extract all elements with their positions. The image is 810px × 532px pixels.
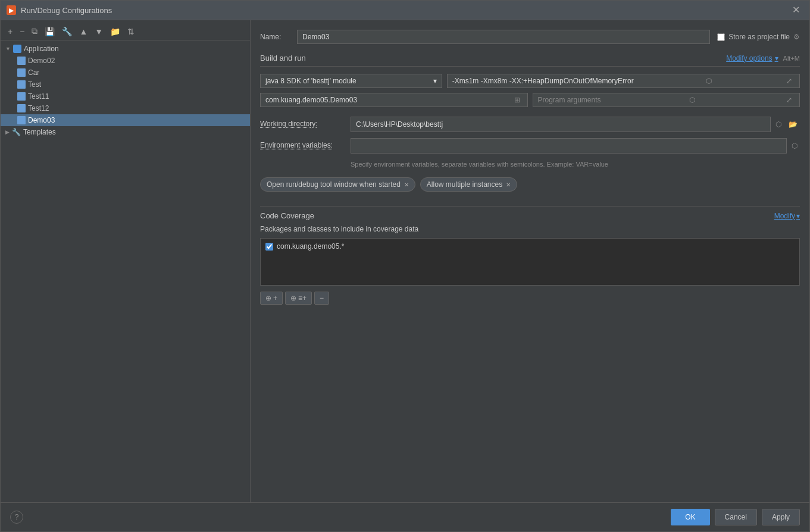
- expand-vm-button[interactable]: ⬡: [703, 77, 714, 85]
- config-icon: [17, 92, 26, 101]
- add-class-icon: ⊕: [290, 294, 296, 302]
- working-dir-label: Working directory:: [260, 117, 343, 128]
- item-label: Test12: [28, 104, 49, 112]
- bottom-bar: ? OK Cancel Apply: [1, 502, 809, 531]
- sidebar-toolbar: + − ⧉ 💾 🔧 ▲ ▼ 📁 ⇅: [1, 23, 250, 40]
- sidebar-item-demo02[interactable]: Demo02: [1, 55, 250, 67]
- main-class-row: com.kuang.demo05.Demo03 ⊞ Program argume…: [260, 93, 800, 107]
- main-class-field[interactable]: com.kuang.demo05.Demo03 ⊞: [260, 93, 528, 107]
- title-bar: ▶ Run/Debug Configurations ✕: [1, 1, 809, 20]
- expand-args-button[interactable]: ⬡: [687, 96, 698, 104]
- config-tree: ▼ Application Demo02 Car Test: [1, 40, 250, 140]
- wrench-button[interactable]: 🔧: [60, 26, 74, 37]
- coverage-title: Code Coverage: [260, 211, 314, 220]
- working-dir-wrapper: ⬡ 📂: [351, 117, 800, 132]
- chevron-down-icon: ▾: [796, 212, 800, 220]
- env-vars-wrapper: ⬡: [351, 138, 800, 154]
- templates-icon: 🔧: [12, 128, 21, 136]
- env-vars-input[interactable]: [351, 138, 787, 154]
- config-icon: [17, 68, 26, 77]
- tags-row: Open run/debug tool window when started …: [260, 177, 800, 192]
- coverage-list-item: com.kuang.demo05.*: [265, 242, 795, 251]
- coverage-toolbar: ⊕ + ⊕ ≡+ −: [260, 289, 800, 307]
- build-run-title: Build and run: [260, 54, 306, 62]
- add-config-button[interactable]: +: [5, 26, 15, 37]
- program-args-placeholder: Program arguments: [538, 96, 601, 104]
- apply-button[interactable]: Apply: [762, 509, 800, 525]
- browse-dir-button[interactable]: ⬡: [773, 120, 784, 129]
- copy-config-button[interactable]: ⧉: [29, 25, 40, 37]
- dialog-icon: ▶: [7, 5, 16, 15]
- remove-coverage-button[interactable]: −: [314, 292, 329, 305]
- item-label: Demo02: [28, 57, 55, 65]
- store-project-label: Store as project file: [728, 33, 790, 41]
- gear-icon[interactable]: ⚙: [793, 33, 800, 41]
- expand-args-external-button[interactable]: ⤢: [784, 96, 795, 104]
- move-down-button[interactable]: ▼: [92, 26, 105, 37]
- coverage-desc: Packages and classes to include in cover…: [260, 225, 800, 233]
- sidebar: + − ⧉ 💾 🔧 ▲ ▼ 📁 ⇅ ▼ Application: [1, 20, 251, 502]
- sdk-vm-row: java 8 SDK of 'besttj' module ▾ -Xms1m -…: [260, 74, 800, 88]
- vm-options-field[interactable]: -Xms1m -Xmx8m -XX:+HeapDumpOnOutOfMemory…: [447, 74, 800, 88]
- tag-open-run: Open run/debug tool window when started …: [260, 177, 415, 192]
- add-package-icon: ⊕: [265, 294, 271, 302]
- name-row: Name: Store as project file ⚙: [260, 30, 800, 44]
- sidebar-item-test[interactable]: Test: [1, 79, 250, 90]
- tag-close-button[interactable]: ✕: [506, 181, 511, 188]
- coverage-modify-link[interactable]: Modify ▾: [774, 212, 800, 220]
- ok-button[interactable]: OK: [671, 509, 709, 525]
- config-icon: [17, 104, 26, 112]
- working-dir-input[interactable]: [351, 117, 771, 132]
- store-project-row: Store as project file ⚙: [717, 33, 800, 41]
- action-buttons: OK Cancel Apply: [671, 509, 800, 525]
- help-button[interactable]: ?: [10, 511, 23, 524]
- add-package-button[interactable]: ⊕ +: [260, 292, 283, 305]
- item-label: Test11: [28, 92, 49, 101]
- browse-main-class-button[interactable]: ⊞: [512, 96, 523, 104]
- item-label: Test: [28, 80, 41, 89]
- coverage-header: Code Coverage Modify ▾: [260, 206, 800, 225]
- save-config-button[interactable]: 💾: [42, 26, 57, 37]
- item-label: Car: [28, 68, 39, 77]
- coverage-item-checkbox[interactable]: [265, 243, 273, 251]
- tag-allow-multiple: Allow multiple instances ✕: [420, 177, 517, 192]
- move-up-button[interactable]: ▲: [77, 26, 90, 37]
- add-class-button[interactable]: ⊕ ≡+: [285, 292, 312, 305]
- name-label: Name:: [260, 33, 290, 41]
- config-icon: [17, 57, 26, 65]
- sdk-selector[interactable]: java 8 SDK of 'besttj' module ▾: [260, 74, 442, 88]
- application-group-label: Application: [24, 45, 59, 53]
- item-label: Demo03: [28, 116, 55, 124]
- application-group[interactable]: ▼ Application: [1, 43, 250, 55]
- open-dir-button[interactable]: 📂: [786, 120, 800, 129]
- close-button[interactable]: ✕: [789, 4, 803, 16]
- expand-env-button[interactable]: ⬡: [789, 142, 800, 150]
- cancel-button[interactable]: Cancel: [715, 509, 757, 525]
- env-vars-row: Environment variables: ⬡: [260, 138, 800, 154]
- modify-options-link[interactable]: Modify options ▾: [726, 54, 778, 62]
- expand-icon: ▼: [5, 46, 11, 52]
- working-dir-row: Working directory: ⬡ 📂: [260, 117, 800, 132]
- expand-vm-external-button[interactable]: ⤢: [784, 77, 795, 85]
- remove-config-button[interactable]: −: [17, 26, 27, 37]
- dialog-title: Run/Debug Configurations: [21, 6, 784, 15]
- store-project-checkbox[interactable]: [717, 33, 725, 41]
- program-args-field[interactable]: Program arguments ⬡ ⤢: [533, 93, 800, 107]
- sidebar-item-car[interactable]: Car: [1, 67, 250, 79]
- sidebar-item-test12[interactable]: Test12: [1, 102, 250, 114]
- build-run-header: Build and run Modify options ▾ Alt+M: [260, 54, 800, 67]
- code-coverage-section: Code Coverage Modify ▾ Packages and clas…: [260, 206, 800, 307]
- run-debug-dialog: ▶ Run/Debug Configurations ✕ + − ⧉ 💾 🔧 ▲…: [0, 0, 810, 532]
- env-vars-hint: Specify environment variables, separate …: [351, 161, 800, 168]
- shortcut-hint: Alt+M: [783, 55, 800, 62]
- tag-close-button[interactable]: ✕: [404, 181, 409, 188]
- folder-button[interactable]: 📁: [108, 26, 123, 37]
- chevron-down-icon: ▾: [433, 77, 437, 85]
- sort-button[interactable]: ⇅: [125, 26, 137, 37]
- config-icon: [17, 116, 26, 124]
- name-input[interactable]: [297, 30, 710, 44]
- sidebar-item-demo03[interactable]: Demo03: [1, 114, 250, 126]
- sidebar-item-test11[interactable]: Test11: [1, 90, 250, 102]
- templates-group[interactable]: ▶ 🔧 Templates: [1, 126, 250, 138]
- env-vars-label: Environment variables:: [260, 138, 343, 149]
